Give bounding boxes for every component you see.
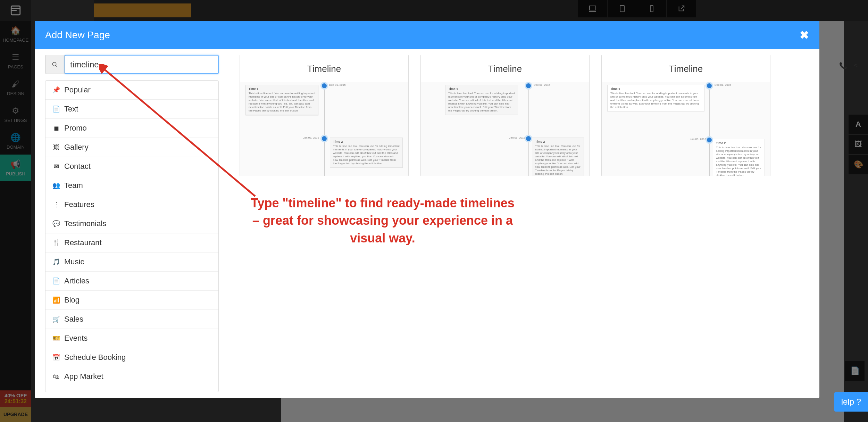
category-label: Popular	[64, 85, 91, 94]
category-text[interactable]: 📄Text	[45, 100, 218, 119]
search-row	[45, 55, 219, 74]
search-icon	[45, 55, 65, 74]
category-label: Testimonials	[64, 219, 106, 228]
timeline-item-body: This is time line tool. You can use for …	[249, 92, 315, 113]
template-preview: Dec 01, 2015 Time 1 This is time line to…	[421, 82, 589, 176]
category-label: Blog	[64, 296, 80, 305]
timeline-item-body: This is time line tool. You can use for …	[610, 92, 701, 109]
timeline-date: Jan 08, 2016	[509, 136, 525, 139]
timeline-item-body: This is time line tool. You can use for …	[535, 144, 581, 176]
category-label: Sales	[64, 315, 83, 324]
annotation-text: Type "timeline" to find ready-made timel…	[251, 195, 515, 247]
timeline-item-title: Time 2	[716, 141, 762, 145]
template-title: Timeline	[240, 55, 408, 82]
svg-line-8	[56, 65, 57, 67]
cart-icon: 🛒	[52, 315, 60, 323]
chat-icon: 💬	[52, 220, 60, 227]
category-label: Events	[64, 334, 87, 343]
category-blog[interactable]: 📶Blog	[45, 291, 218, 310]
file-icon: 📄	[52, 105, 60, 113]
category-popular[interactable]: 📌Popular	[45, 81, 218, 100]
pin-icon: 📌	[52, 86, 60, 94]
template-title: Timeline	[421, 55, 589, 82]
template-card[interactable]: Timeline Dec 01, 2015 Time 1 This is tim…	[240, 55, 409, 176]
timeline-item-body: This is time line tool. You can use for …	[448, 92, 515, 113]
category-label: Team	[64, 181, 83, 190]
category-label: Text	[64, 105, 78, 114]
category-label: Music	[64, 257, 84, 266]
image-icon: 🖼	[52, 144, 60, 151]
category-appmarket[interactable]: 🛍App Market	[45, 367, 218, 386]
timeline-item-title: Time 2	[535, 140, 581, 144]
modal-title: Add New Page	[45, 30, 110, 41]
timeline-item-body: This is time line tool. You can use for …	[716, 146, 762, 176]
timeline-item-body: This is time line tool. You can use for …	[333, 144, 400, 165]
category-sales[interactable]: 🛒Sales	[45, 310, 218, 329]
timeline-date: Dec 01, 2015	[534, 83, 550, 86]
category-restaurant[interactable]: 🍴Restaurant	[45, 233, 218, 253]
cutlery-icon: 🍴	[52, 239, 60, 247]
category-label: Promo	[64, 124, 87, 133]
timeline-date: Dec 01, 2015	[329, 83, 346, 86]
category-contact[interactable]: ✉Contact	[45, 157, 218, 176]
category-label: Gallery	[64, 143, 89, 152]
timeline-item-title: Time 1	[448, 87, 515, 91]
calendar-icon: 📅	[52, 354, 60, 361]
timeline-item-title: Time 1	[249, 87, 315, 91]
music-icon: 🎵	[52, 258, 60, 266]
category-label: Restaurant	[64, 238, 102, 247]
list-icon: ⋮	[52, 201, 60, 208]
timeline-date: Jan 08, 2016	[690, 138, 706, 141]
template-preview: Dec 01, 2015 Time 1 This is time line to…	[602, 82, 770, 176]
template-card[interactable]: Timeline Dec 01, 2015 Time 1 This is tim…	[420, 55, 590, 176]
timeline-date: Jan 08, 2016	[303, 136, 319, 139]
ticket-icon: 🎫	[52, 334, 60, 342]
svg-point-7	[52, 62, 56, 66]
document-icon: 📄	[52, 277, 60, 285]
help-button[interactable]: lelp ?	[834, 392, 868, 412]
square-icon: ◼	[52, 124, 60, 132]
template-title: Timeline	[602, 55, 770, 82]
category-label: Articles	[64, 276, 89, 286]
timeline-date: Dec 01, 2015	[715, 83, 731, 86]
template-preview: Dec 01, 2015 Time 1 This is time line to…	[240, 82, 408, 176]
category-label: Features	[64, 200, 94, 209]
category-music[interactable]: 🎵Music	[45, 253, 218, 272]
category-label: Contact	[64, 162, 91, 171]
modal-header: Add New Page ✖	[35, 21, 819, 49]
category-articles[interactable]: 📄Articles	[45, 272, 218, 291]
template-card[interactable]: Timeline Dec 01, 2015 Time 1 This is tim…	[601, 55, 770, 176]
category-events[interactable]: 🎫Events	[45, 329, 218, 348]
category-gallery[interactable]: 🖼Gallery	[45, 138, 218, 157]
timeline-item-title: Time 1	[610, 87, 701, 91]
categories-panel: 📌Popular 📄Text ◼Promo 🖼Gallery ✉Contact …	[45, 55, 219, 392]
timeline-item-title: Time 2	[333, 140, 400, 144]
category-features[interactable]: ⋮Features	[45, 195, 218, 214]
category-team[interactable]: 👥Team	[45, 176, 218, 195]
category-label: Schedule Booking	[64, 353, 126, 362]
category-schedule[interactable]: 📅Schedule Booking	[45, 348, 218, 367]
category-list: 📌Popular 📄Text ◼Promo 🖼Gallery ✉Contact …	[45, 80, 219, 392]
bag-icon: 🛍	[52, 373, 60, 380]
category-promo[interactable]: ◼Promo	[45, 119, 218, 138]
category-label: App Market	[64, 372, 103, 381]
search-input[interactable]	[65, 55, 219, 74]
users-icon: 👥	[52, 182, 60, 189]
envelope-icon: ✉	[52, 163, 60, 170]
close-icon[interactable]: ✖	[800, 28, 809, 42]
category-testimonials[interactable]: 💬Testimonials	[45, 214, 218, 233]
rss-icon: 📶	[52, 296, 60, 304]
